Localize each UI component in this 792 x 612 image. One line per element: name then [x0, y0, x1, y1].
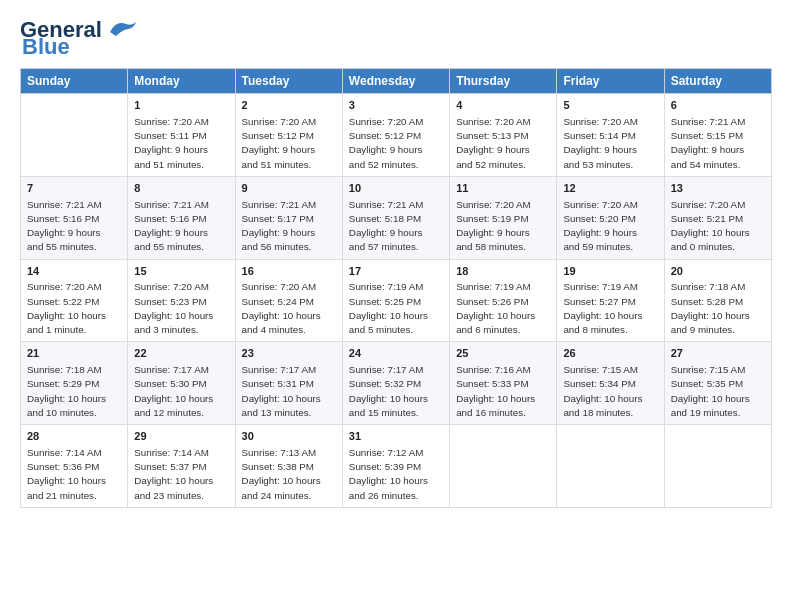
- day-number: 1: [134, 98, 228, 114]
- calendar-header-friday: Friday: [557, 69, 664, 94]
- calendar-cell: 4Sunrise: 7:20 AM Sunset: 5:13 PM Daylig…: [450, 94, 557, 177]
- day-info: Sunrise: 7:15 AM Sunset: 5:34 PM Dayligh…: [563, 363, 657, 420]
- day-info: Sunrise: 7:13 AM Sunset: 5:38 PM Dayligh…: [242, 446, 336, 503]
- calendar-cell: 17Sunrise: 7:19 AM Sunset: 5:25 PM Dayli…: [342, 259, 449, 342]
- day-info: Sunrise: 7:21 AM Sunset: 5:17 PM Dayligh…: [242, 198, 336, 255]
- calendar-cell: 16Sunrise: 7:20 AM Sunset: 5:24 PM Dayli…: [235, 259, 342, 342]
- calendar-cell: [664, 425, 771, 508]
- day-info: Sunrise: 7:16 AM Sunset: 5:33 PM Dayligh…: [456, 363, 550, 420]
- day-info: Sunrise: 7:19 AM Sunset: 5:26 PM Dayligh…: [456, 280, 550, 337]
- day-number: 10: [349, 181, 443, 197]
- day-number: 4: [456, 98, 550, 114]
- day-number: 25: [456, 346, 550, 362]
- day-info: Sunrise: 7:21 AM Sunset: 5:15 PM Dayligh…: [671, 115, 765, 172]
- day-number: 12: [563, 181, 657, 197]
- day-info: Sunrise: 7:20 AM Sunset: 5:20 PM Dayligh…: [563, 198, 657, 255]
- calendar-cell: 8Sunrise: 7:21 AM Sunset: 5:16 PM Daylig…: [128, 176, 235, 259]
- calendar-header-thursday: Thursday: [450, 69, 557, 94]
- day-number: 8: [134, 181, 228, 197]
- calendar-cell: 31Sunrise: 7:12 AM Sunset: 5:39 PM Dayli…: [342, 425, 449, 508]
- calendar-cell: 21Sunrise: 7:18 AM Sunset: 5:29 PM Dayli…: [21, 342, 128, 425]
- calendar-cell: 25Sunrise: 7:16 AM Sunset: 5:33 PM Dayli…: [450, 342, 557, 425]
- calendar-cell: [450, 425, 557, 508]
- day-info: Sunrise: 7:21 AM Sunset: 5:16 PM Dayligh…: [134, 198, 228, 255]
- day-number: 16: [242, 264, 336, 280]
- calendar-cell: [21, 94, 128, 177]
- calendar-week-row: 21Sunrise: 7:18 AM Sunset: 5:29 PM Dayli…: [21, 342, 772, 425]
- day-number: 28: [27, 429, 121, 445]
- calendar-cell: 27Sunrise: 7:15 AM Sunset: 5:35 PM Dayli…: [664, 342, 771, 425]
- day-info: Sunrise: 7:20 AM Sunset: 5:13 PM Dayligh…: [456, 115, 550, 172]
- day-number: 31: [349, 429, 443, 445]
- day-number: 22: [134, 346, 228, 362]
- day-info: Sunrise: 7:20 AM Sunset: 5:12 PM Dayligh…: [349, 115, 443, 172]
- day-number: 17: [349, 264, 443, 280]
- page: General Blue SundayMondayTuesdayWednesda…: [0, 0, 792, 518]
- day-number: 13: [671, 181, 765, 197]
- day-info: Sunrise: 7:20 AM Sunset: 5:14 PM Dayligh…: [563, 115, 657, 172]
- calendar-cell: 30Sunrise: 7:13 AM Sunset: 5:38 PM Dayli…: [235, 425, 342, 508]
- calendar-cell: 7Sunrise: 7:21 AM Sunset: 5:16 PM Daylig…: [21, 176, 128, 259]
- calendar-cell: 19Sunrise: 7:19 AM Sunset: 5:27 PM Dayli…: [557, 259, 664, 342]
- calendar-cell: 11Sunrise: 7:20 AM Sunset: 5:19 PM Dayli…: [450, 176, 557, 259]
- calendar-cell: 18Sunrise: 7:19 AM Sunset: 5:26 PM Dayli…: [450, 259, 557, 342]
- day-number: 9: [242, 181, 336, 197]
- calendar-header-tuesday: Tuesday: [235, 69, 342, 94]
- day-info: Sunrise: 7:20 AM Sunset: 5:23 PM Dayligh…: [134, 280, 228, 337]
- calendar-cell: 22Sunrise: 7:17 AM Sunset: 5:30 PM Dayli…: [128, 342, 235, 425]
- calendar-cell: 28Sunrise: 7:14 AM Sunset: 5:36 PM Dayli…: [21, 425, 128, 508]
- calendar-cell: 15Sunrise: 7:20 AM Sunset: 5:23 PM Dayli…: [128, 259, 235, 342]
- day-info: Sunrise: 7:18 AM Sunset: 5:28 PM Dayligh…: [671, 280, 765, 337]
- calendar-cell: [557, 425, 664, 508]
- calendar-header-sunday: Sunday: [21, 69, 128, 94]
- day-number: 20: [671, 264, 765, 280]
- logo: General Blue: [20, 18, 138, 58]
- calendar-header-wednesday: Wednesday: [342, 69, 449, 94]
- day-number: 7: [27, 181, 121, 197]
- logo-bird-icon: [106, 18, 138, 40]
- day-info: Sunrise: 7:19 AM Sunset: 5:27 PM Dayligh…: [563, 280, 657, 337]
- day-info: Sunrise: 7:20 AM Sunset: 5:11 PM Dayligh…: [134, 115, 228, 172]
- day-info: Sunrise: 7:17 AM Sunset: 5:31 PM Dayligh…: [242, 363, 336, 420]
- day-info: Sunrise: 7:12 AM Sunset: 5:39 PM Dayligh…: [349, 446, 443, 503]
- day-info: Sunrise: 7:15 AM Sunset: 5:35 PM Dayligh…: [671, 363, 765, 420]
- day-number: 2: [242, 98, 336, 114]
- day-number: 23: [242, 346, 336, 362]
- calendar-cell: 24Sunrise: 7:17 AM Sunset: 5:32 PM Dayli…: [342, 342, 449, 425]
- calendar-header-saturday: Saturday: [664, 69, 771, 94]
- day-number: 27: [671, 346, 765, 362]
- day-number: 18: [456, 264, 550, 280]
- day-number: 26: [563, 346, 657, 362]
- calendar-header-monday: Monday: [128, 69, 235, 94]
- day-number: 5: [563, 98, 657, 114]
- day-info: Sunrise: 7:20 AM Sunset: 5:24 PM Dayligh…: [242, 280, 336, 337]
- day-number: 19: [563, 264, 657, 280]
- day-number: 3: [349, 98, 443, 114]
- calendar-cell: 6Sunrise: 7:21 AM Sunset: 5:15 PM Daylig…: [664, 94, 771, 177]
- calendar-table: SundayMondayTuesdayWednesdayThursdayFrid…: [20, 68, 772, 508]
- day-number: 15: [134, 264, 228, 280]
- calendar-cell: 23Sunrise: 7:17 AM Sunset: 5:31 PM Dayli…: [235, 342, 342, 425]
- day-info: Sunrise: 7:20 AM Sunset: 5:21 PM Dayligh…: [671, 198, 765, 255]
- calendar-cell: 20Sunrise: 7:18 AM Sunset: 5:28 PM Dayli…: [664, 259, 771, 342]
- day-number: 14: [27, 264, 121, 280]
- day-number: 21: [27, 346, 121, 362]
- calendar-cell: 13Sunrise: 7:20 AM Sunset: 5:21 PM Dayli…: [664, 176, 771, 259]
- day-number: 6: [671, 98, 765, 114]
- day-info: Sunrise: 7:14 AM Sunset: 5:37 PM Dayligh…: [134, 446, 228, 503]
- header: General Blue: [20, 18, 772, 58]
- day-number: 30: [242, 429, 336, 445]
- calendar-header-row: SundayMondayTuesdayWednesdayThursdayFrid…: [21, 69, 772, 94]
- day-info: Sunrise: 7:21 AM Sunset: 5:16 PM Dayligh…: [27, 198, 121, 255]
- calendar-cell: 29Sunrise: 7:14 AM Sunset: 5:37 PM Dayli…: [128, 425, 235, 508]
- calendar-week-row: 28Sunrise: 7:14 AM Sunset: 5:36 PM Dayli…: [21, 425, 772, 508]
- day-number: 11: [456, 181, 550, 197]
- day-info: Sunrise: 7:21 AM Sunset: 5:18 PM Dayligh…: [349, 198, 443, 255]
- calendar-week-row: 14Sunrise: 7:20 AM Sunset: 5:22 PM Dayli…: [21, 259, 772, 342]
- calendar-cell: 12Sunrise: 7:20 AM Sunset: 5:20 PM Dayli…: [557, 176, 664, 259]
- calendar-week-row: 7Sunrise: 7:21 AM Sunset: 5:16 PM Daylig…: [21, 176, 772, 259]
- day-info: Sunrise: 7:17 AM Sunset: 5:30 PM Dayligh…: [134, 363, 228, 420]
- calendar-cell: 5Sunrise: 7:20 AM Sunset: 5:14 PM Daylig…: [557, 94, 664, 177]
- calendar-cell: 14Sunrise: 7:20 AM Sunset: 5:22 PM Dayli…: [21, 259, 128, 342]
- calendar-cell: 26Sunrise: 7:15 AM Sunset: 5:34 PM Dayli…: [557, 342, 664, 425]
